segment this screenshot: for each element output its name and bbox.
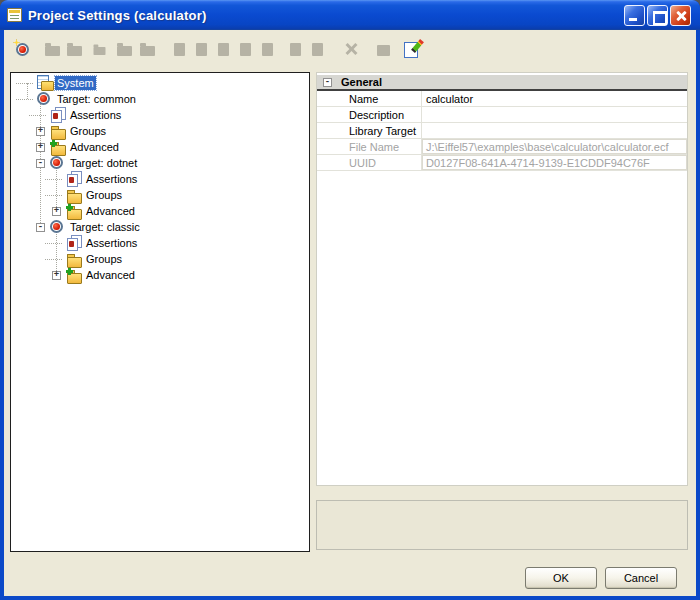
prop-row-file-name: File Name J:\Eiffel57\examples\base\calc… bbox=[317, 139, 687, 155]
tree-item-label: Target: common bbox=[55, 92, 138, 106]
assertions-icon bbox=[66, 171, 82, 187]
prop-label: UUID bbox=[347, 155, 421, 170]
document-icon[interactable] bbox=[235, 39, 255, 59]
tree-item-label: Advanced bbox=[84, 268, 137, 282]
toolbar bbox=[8, 36, 422, 62]
advanced-folder-icon bbox=[66, 267, 82, 283]
tree-item-advanced-common[interactable]: + Advanced bbox=[11, 139, 309, 155]
tree-item-assertions-classic[interactable]: Assertions bbox=[11, 235, 309, 251]
prop-label: Library Target bbox=[347, 123, 421, 138]
prop-row-library-target: Library Target bbox=[317, 123, 687, 139]
document-icon[interactable] bbox=[191, 39, 211, 59]
folder-icon[interactable] bbox=[114, 39, 134, 59]
prop-row-uuid: UUID D0127F08-641A-4714-9139-E1CDDF94C76… bbox=[317, 155, 687, 171]
folder-icon bbox=[50, 123, 66, 139]
titlebar: Project Settings (calculator) bbox=[0, 0, 700, 30]
window-controls bbox=[624, 5, 691, 26]
window-icon bbox=[7, 8, 22, 22]
expand-icon[interactable]: + bbox=[36, 143, 45, 152]
expand-icon[interactable]: + bbox=[36, 127, 45, 136]
tree-item-groups-dotnet[interactable]: Groups bbox=[11, 187, 309, 203]
tree-item-label: Assertions bbox=[68, 108, 123, 122]
library-target-value-cell[interactable] bbox=[421, 123, 687, 138]
tree-line-stub bbox=[52, 239, 61, 248]
tree-item-target-dotnet[interactable]: - Target: dotnet bbox=[11, 155, 309, 171]
project-settings-window: Project Settings (calculator) bbox=[0, 0, 700, 600]
target-icon bbox=[50, 155, 66, 171]
property-grid: - General Name calculator Description Li… bbox=[316, 72, 688, 486]
tree-item-label: Target: classic bbox=[68, 220, 142, 234]
tree-item-label: System bbox=[55, 76, 96, 90]
row-indent bbox=[317, 123, 347, 138]
row-indent bbox=[317, 155, 347, 170]
tree-item-label: Groups bbox=[84, 188, 124, 202]
document-icon[interactable] bbox=[213, 39, 233, 59]
section-header-general[interactable]: - General bbox=[317, 75, 687, 91]
assertions-icon bbox=[50, 107, 66, 123]
tree-item-target-classic[interactable]: - Target: classic bbox=[11, 219, 309, 235]
tree-item-groups-common[interactable]: + Groups bbox=[11, 123, 309, 139]
folder-icon bbox=[66, 251, 82, 267]
expand-icon[interactable]: + bbox=[52, 207, 61, 216]
document-icon[interactable] bbox=[285, 39, 305, 59]
collapse-icon[interactable]: - bbox=[36, 223, 45, 232]
prop-row-description: Description bbox=[317, 107, 687, 123]
section-title: General bbox=[341, 76, 382, 88]
delete-icon[interactable] bbox=[341, 39, 361, 59]
prop-label: Description bbox=[347, 107, 421, 122]
settings-tree: System Target: common Assertions + Group… bbox=[10, 72, 310, 552]
tree-item-label: Groups bbox=[68, 124, 108, 138]
folder-icon[interactable] bbox=[42, 39, 62, 59]
collapse-icon[interactable]: - bbox=[323, 78, 332, 87]
tree-item-target-common[interactable]: Target: common bbox=[11, 91, 309, 107]
new-target-icon[interactable] bbox=[12, 39, 32, 59]
prop-row-name: Name calculator bbox=[317, 91, 687, 107]
cancel-button[interactable]: Cancel bbox=[605, 567, 677, 589]
tree-item-assertions-common[interactable]: Assertions bbox=[11, 107, 309, 123]
document-icon[interactable] bbox=[169, 39, 189, 59]
window-title: Project Settings (calculator) bbox=[28, 8, 206, 23]
collapse-icon[interactable]: - bbox=[36, 159, 45, 168]
document-icon[interactable] bbox=[257, 39, 277, 59]
tree-line-stub bbox=[52, 255, 61, 264]
tree-item-advanced-classic[interactable]: + Advanced bbox=[11, 267, 309, 283]
system-icon bbox=[37, 75, 53, 91]
close-button[interactable] bbox=[670, 5, 691, 26]
advanced-folder-icon bbox=[50, 139, 66, 155]
tree-item-label: Advanced bbox=[84, 204, 137, 218]
document-icon[interactable] bbox=[307, 39, 327, 59]
tree-item-label: Target: dotnet bbox=[68, 156, 139, 170]
tree-item-assertions-dotnet[interactable]: Assertions bbox=[11, 171, 309, 187]
tree-line-stub bbox=[52, 191, 61, 200]
assertions-icon bbox=[66, 235, 82, 251]
row-indent bbox=[317, 107, 347, 122]
edit-icon[interactable] bbox=[402, 39, 422, 59]
tree-line-stub bbox=[36, 111, 45, 120]
tree-item-system[interactable]: System bbox=[11, 75, 309, 91]
tree-line-stub bbox=[52, 175, 61, 184]
description-panel bbox=[316, 500, 688, 550]
box-icon[interactable] bbox=[373, 39, 393, 59]
tree-item-advanced-dotnet[interactable]: + Advanced bbox=[11, 203, 309, 219]
tree-item-label: Advanced bbox=[68, 140, 121, 154]
move-icon[interactable] bbox=[89, 39, 109, 59]
tree-item-label: Assertions bbox=[84, 236, 139, 250]
expand-icon[interactable]: + bbox=[52, 271, 61, 280]
uuid-value-cell: D0127F08-641A-4714-9139-E1CDDF94C76F bbox=[421, 155, 687, 170]
tree-item-label: Assertions bbox=[84, 172, 139, 186]
folder-icon bbox=[66, 187, 82, 203]
tree-item-label: Groups bbox=[84, 252, 124, 266]
target-icon bbox=[50, 219, 66, 235]
file-name-value-cell: J:\Eiffel57\examples\base\calculator\cal… bbox=[421, 139, 687, 154]
folder-icon[interactable] bbox=[64, 39, 84, 59]
target-icon bbox=[37, 91, 53, 107]
advanced-folder-icon bbox=[66, 203, 82, 219]
description-value-cell[interactable] bbox=[421, 107, 687, 122]
minimize-button[interactable] bbox=[624, 5, 645, 26]
maximize-button[interactable] bbox=[647, 5, 668, 26]
tree-line-stub bbox=[23, 79, 32, 88]
name-value-cell[interactable]: calculator bbox=[421, 91, 687, 106]
ok-button[interactable]: OK bbox=[525, 567, 597, 589]
tree-item-groups-classic[interactable]: Groups bbox=[11, 251, 309, 267]
folder-icon[interactable] bbox=[137, 39, 157, 59]
